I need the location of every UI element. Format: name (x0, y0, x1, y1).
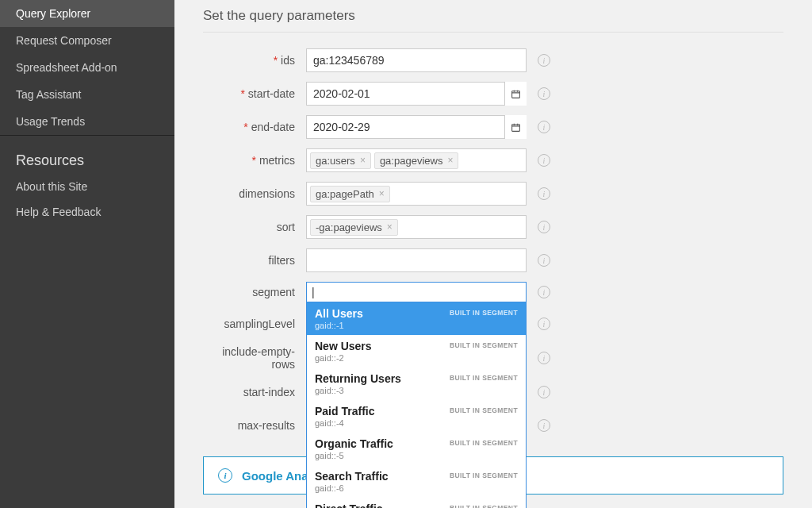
label-segment: segment (203, 286, 306, 298)
row-ids: *ids i (203, 48, 783, 72)
tag: -ga:pageviews× (310, 219, 398, 236)
tag-remove-icon[interactable]: × (447, 155, 453, 166)
tag: ga:users× (310, 152, 371, 169)
resource-item[interactable]: About this Site (0, 174, 174, 199)
input-ids[interactable] (306, 48, 527, 72)
label-filters: filters (203, 254, 306, 267)
info-icon[interactable]: i (538, 187, 550, 200)
resources-header: Resources (0, 144, 174, 174)
sidebar: Query ExplorerRequest ComposerSpreadshee… (0, 0, 174, 508)
svg-rect-1 (512, 124, 520, 131)
info-icon[interactable]: i (538, 419, 550, 432)
row-segment: segment | i All Usersgaid::-1BUILT IN SE… (203, 282, 783, 302)
page-title: Set the query parameters (203, 8, 783, 24)
row-dimensions: dimensions ga:pagePath× i (203, 182, 783, 206)
tag: ga:pagePath× (310, 186, 390, 202)
nav-item-tag-assistant[interactable]: Tag Assistant (0, 81, 174, 108)
calendar-icon[interactable] (504, 82, 527, 106)
label-include-empty-rows: include-empty-rows (203, 345, 306, 371)
input-segment[interactable]: | (306, 282, 527, 302)
nav-item-usage-trends[interactable]: Usage Trends (0, 108, 174, 135)
tag-remove-icon[interactable]: × (387, 221, 393, 233)
resource-item[interactable]: Help & Feedback (0, 199, 174, 225)
tag-remove-icon[interactable]: × (379, 188, 385, 199)
info-icon[interactable]: i (538, 318, 550, 330)
row-start-date: *start-date i (203, 82, 783, 106)
info-icon[interactable]: i (538, 87, 550, 100)
input-filters[interactable] (306, 248, 527, 272)
segment-option[interactable]: Search Trafficgaid::-6BUILT IN SEGMENT (307, 465, 526, 498)
segment-option[interactable]: Direct TrafficBUILT IN SEGMENT (307, 498, 526, 508)
segment-option[interactable]: Returning Usersgaid::-3BUILT IN SEGMENT (307, 368, 526, 400)
label-dimensions: dimensions (203, 187, 306, 200)
sidebar-divider (0, 135, 174, 144)
nav-item-request-composer[interactable]: Request Composer (0, 27, 174, 54)
info-icon: i (218, 468, 232, 483)
main-panel: Set the query parameters *ids i *start-d… (174, 0, 812, 508)
segment-option[interactable]: New Usersgaid::-2BUILT IN SEGMENT (307, 335, 526, 368)
label-sampling-level: samplingLevel (203, 318, 306, 330)
info-icon[interactable]: i (538, 54, 550, 67)
segment-dropdown[interactable]: All Usersgaid::-1BUILT IN SEGMENTNew Use… (306, 302, 527, 508)
input-sort[interactable]: -ga:pageviews× (306, 215, 527, 239)
label-start-date: *start-date (203, 87, 306, 100)
input-metrics[interactable]: ga:users×ga:pageviews× (306, 148, 527, 172)
label-ids: *ids (203, 54, 306, 67)
info-icon[interactable]: i (538, 254, 550, 267)
label-max-results: max-results (203, 419, 306, 432)
info-icon[interactable]: i (538, 221, 550, 233)
segment-option[interactable]: Organic Trafficgaid::-5BUILT IN SEGMENT (307, 433, 526, 465)
row-sort: sort -ga:pageviews× i (203, 215, 783, 239)
row-filters: filters i (203, 248, 783, 272)
info-icon[interactable]: i (538, 154, 550, 167)
tag: ga:pageviews× (374, 152, 459, 169)
tag-remove-icon[interactable]: × (360, 155, 366, 166)
segment-option[interactable]: Paid Trafficgaid::-4BUILT IN SEGMENT (307, 400, 526, 433)
input-end-date[interactable] (306, 115, 527, 139)
input-dimensions[interactable]: ga:pagePath× (306, 182, 527, 206)
calendar-icon[interactable] (504, 115, 527, 139)
row-metrics: *metrics ga:users×ga:pageviews× i (203, 148, 783, 172)
nav-item-spreadsheet-add-on[interactable]: Spreadsheet Add-on (0, 54, 174, 81)
title-rule (203, 32, 783, 33)
label-sort: sort (203, 221, 306, 233)
info-icon[interactable]: i (538, 286, 550, 298)
info-icon[interactable]: i (538, 121, 550, 133)
label-metrics: *metrics (203, 154, 306, 167)
input-start-date[interactable] (306, 82, 527, 106)
row-end-date: *end-date i (203, 115, 783, 139)
svg-rect-0 (512, 90, 520, 98)
info-icon[interactable]: i (538, 386, 550, 398)
nav-item-query-explorer[interactable]: Query Explorer (0, 0, 174, 27)
label-end-date: *end-date (203, 121, 306, 133)
label-start-index: start-index (203, 386, 306, 398)
segment-option[interactable]: All Usersgaid::-1BUILT IN SEGMENT (307, 302, 526, 335)
info-icon[interactable]: i (538, 352, 550, 364)
